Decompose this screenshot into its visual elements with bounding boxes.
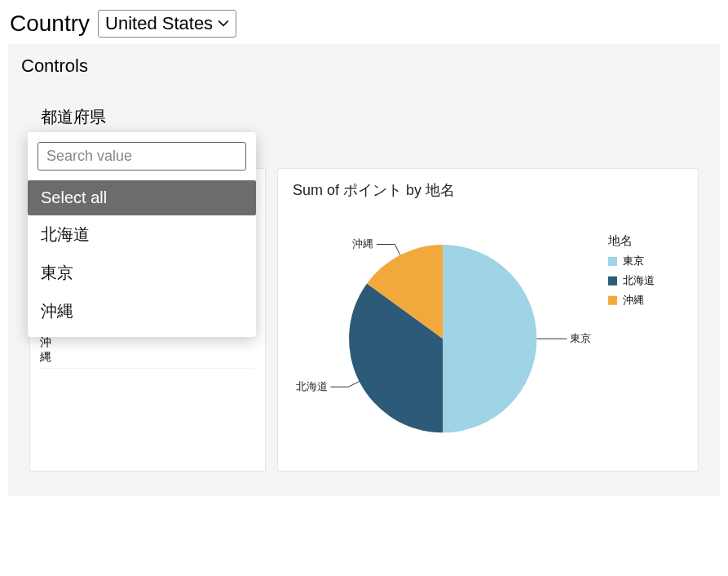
controls-title: Controls [21,55,707,77]
svg-text:沖縄: 沖縄 [623,294,644,306]
svg-rect-6 [608,257,617,266]
search-input[interactable] [46,148,236,165]
table-row: 沖縄 [40,332,255,369]
right-card: Sum of ポイント by 地名 東京北海道沖縄地名東京北海道沖縄 [277,168,699,472]
svg-text:地名: 地名 [607,234,633,247]
controls-panel: Controls 都道府県 All Select all 北海道 東京 沖縄 S… [8,44,720,496]
dropdown-search-wrap [28,132,256,180]
left-cell: 沖縄 [40,335,47,365]
dropdown-item-select-all[interactable]: Select all [28,180,256,215]
country-header-row: Country United States [0,0,728,44]
chart-title: Sum of ポイント by 地名 [293,180,683,200]
svg-text:東京: 東京 [570,332,591,344]
svg-text:東京: 東京 [623,255,644,267]
svg-rect-8 [608,277,617,286]
svg-text:沖縄: 沖縄 [352,237,373,250]
chevron-down-icon [218,18,229,29]
country-select[interactable]: United States [98,10,236,38]
prefecture-label: 都道府県 [41,106,707,128]
pie-chart: 東京北海道沖縄地名東京北海道沖縄 [293,213,683,450]
svg-rect-10 [608,296,617,305]
dropdown-items: Select all 北海道 東京 沖縄 [28,180,256,337]
svg-text:北海道: 北海道 [623,274,655,286]
country-label: Country [10,11,90,37]
dropdown-item[interactable]: 北海道 [28,215,256,254]
dropdown-search [38,142,246,171]
prefecture-dropdown: Select all 北海道 東京 沖縄 [28,132,256,337]
dropdown-item[interactable]: 東京 [28,254,256,292]
dropdown-item[interactable]: 沖縄 [28,292,256,330]
country-select-value: United States [105,13,213,34]
svg-text:北海道: 北海道 [296,380,328,392]
